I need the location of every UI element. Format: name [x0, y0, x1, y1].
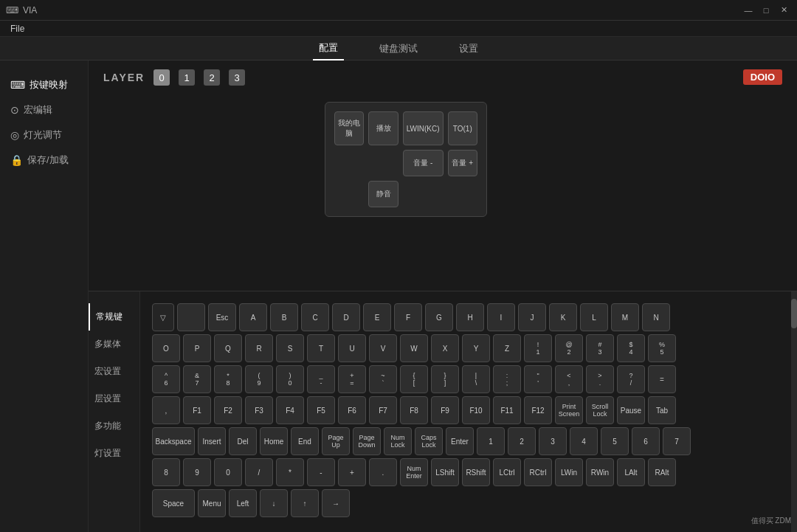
key-tilde-backtick[interactable]: ~` — [369, 365, 397, 393]
key-rwin[interactable]: RWin — [586, 458, 614, 486]
key-lalt[interactable]: LAlt — [617, 458, 645, 486]
key-num-3[interactable]: 3 — [539, 427, 567, 455]
key-caret-6[interactable]: ^6 — [152, 365, 180, 393]
key-end[interactable]: End — [291, 427, 319, 455]
key-k[interactable]: K — [549, 303, 577, 331]
key-num-5[interactable]: 5 — [601, 427, 629, 455]
key-f8[interactable]: F8 — [400, 396, 428, 424]
key-f9[interactable]: F9 — [431, 396, 459, 424]
key-rshift[interactable]: RShift — [462, 458, 490, 486]
key-at-2[interactable]: @2 — [555, 334, 583, 362]
key-v[interactable]: V — [369, 334, 397, 362]
tab-config[interactable]: 配置 — [313, 37, 344, 61]
key-insert[interactable]: Insert — [198, 427, 226, 455]
key-tab[interactable]: Tab — [648, 396, 676, 424]
key-plus-equals[interactable]: += — [338, 365, 366, 393]
layer-btn-1[interactable]: 1 — [179, 69, 195, 86]
key-l[interactable]: L — [580, 303, 608, 331]
key-b[interactable]: B — [270, 303, 298, 331]
key-scroll-lock[interactable]: ScrollLock — [586, 396, 614, 424]
key-hash-3[interactable]: #3 — [586, 334, 614, 362]
cat-macro[interactable]: 宏设置 — [89, 358, 139, 385]
key-f7[interactable]: F7 — [369, 396, 397, 424]
key-enter[interactable]: Enter — [446, 427, 474, 455]
tab-settings[interactable]: 设置 — [453, 38, 484, 60]
key-home[interactable]: Home — [260, 427, 288, 455]
key-caps-lock[interactable]: CapsLock — [415, 427, 443, 455]
key-rctrl[interactable]: RCtrl — [524, 458, 552, 486]
key-esc[interactable]: Esc — [208, 303, 236, 331]
key-dollar-4[interactable]: $4 — [617, 334, 645, 362]
minimize-button[interactable]: — — [741, 4, 756, 16]
key-equals[interactable]: = — [648, 365, 676, 393]
key-w[interactable]: W — [400, 334, 428, 362]
key-rparen-0[interactable]: )0 — [276, 365, 304, 393]
key-question-slash[interactable]: ?/ — [617, 365, 645, 393]
key-right[interactable]: → — [322, 489, 350, 517]
cat-regular-keys[interactable]: 常规键 — [89, 303, 139, 331]
key-lshift[interactable]: LShift — [431, 458, 459, 486]
key-num-slash[interactable]: / — [245, 458, 273, 486]
cat-light[interactable]: 灯设置 — [89, 440, 139, 467]
key-y[interactable]: Y — [462, 334, 490, 362]
macro-key-vol-down[interactable]: 音量 - — [403, 150, 444, 176]
macro-key-vol-up[interactable]: 音量 + — [448, 150, 477, 176]
key-rbrace-rbracket[interactable]: }] — [431, 365, 459, 393]
key-num-7[interactable]: 7 — [663, 427, 691, 455]
key-menu[interactable]: Menu — [198, 489, 226, 517]
key-s[interactable]: S — [276, 334, 304, 362]
cat-multifunction[interactable]: 多功能 — [89, 412, 139, 440]
key-f3[interactable]: F3 — [245, 396, 273, 424]
key-num-9[interactable]: 9 — [183, 458, 211, 486]
key-lbrace-lbracket[interactable]: {[ — [400, 365, 428, 393]
key-f4[interactable]: F4 — [276, 396, 304, 424]
key-left[interactable]: Left — [229, 489, 257, 517]
key-up[interactable]: ↑ — [291, 489, 319, 517]
scrollbar-track[interactable] — [791, 291, 797, 532]
key-num-plus[interactable]: + — [338, 458, 366, 486]
key-gt-period[interactable]: >. — [586, 365, 614, 393]
key-o[interactable]: O — [152, 334, 180, 362]
cat-layer[interactable]: 层设置 — [89, 385, 139, 412]
macro-key-lwin[interactable]: LWIN(KC) — [403, 111, 444, 145]
key-pause[interactable]: Pause — [617, 396, 645, 424]
key-p[interactable]: P — [183, 334, 211, 362]
key-c[interactable]: C — [301, 303, 329, 331]
key-comma[interactable]: , — [152, 396, 180, 424]
key-quote-apostrophe[interactable]: "' — [524, 365, 552, 393]
key-num-lock[interactable]: NumLock — [384, 427, 412, 455]
key-pipe-backslash[interactable]: |\ — [462, 365, 490, 393]
macro-key-to1[interactable]: TO(1) — [448, 111, 477, 145]
key-lctrl[interactable]: LCtrl — [493, 458, 521, 486]
key-t[interactable]: T — [307, 334, 335, 362]
key-amp-7[interactable]: &7 — [183, 365, 211, 393]
maximize-button[interactable]: □ — [759, 4, 773, 16]
key-star-8[interactable]: *8 — [214, 365, 242, 393]
key-n[interactable]: N — [642, 303, 670, 331]
sidebar-item-save[interactable]: 🔒 保存/加载 — [0, 148, 88, 173]
key-page-up[interactable]: PageUp — [322, 427, 350, 455]
key-f1[interactable]: F1 — [183, 396, 211, 424]
key-lparen-9[interactable]: (9 — [245, 365, 273, 393]
menu-file[interactable]: File — [6, 24, 29, 34]
macro-key-play[interactable]: 播放 — [368, 111, 398, 145]
key-f12[interactable]: F12 — [524, 396, 552, 424]
sidebar-item-lighting[interactable]: ◎ 灯光调节 — [0, 122, 88, 148]
key-percent-5[interactable]: %5 — [648, 334, 676, 362]
key-excl-1[interactable]: !1 — [524, 334, 552, 362]
key-num-1[interactable]: 1 — [477, 427, 505, 455]
key-lwin[interactable]: LWin — [555, 458, 583, 486]
key-i[interactable]: I — [487, 303, 515, 331]
key-print-screen[interactable]: PrintScreen — [555, 396, 583, 424]
key-num-6[interactable]: 6 — [632, 427, 660, 455]
key-num-8[interactable]: 8 — [152, 458, 180, 486]
layer-btn-0[interactable]: 0 — [153, 69, 170, 86]
key-num-enter[interactable]: NumEnter — [400, 458, 428, 486]
key-num-0[interactable]: 0 — [214, 458, 242, 486]
key-backspace[interactable]: Backspace — [152, 427, 195, 455]
key-lt-comma[interactable]: <, — [555, 365, 583, 393]
key-a[interactable]: A — [239, 303, 267, 331]
key-num-2[interactable]: 2 — [508, 427, 536, 455]
key-empty[interactable] — [177, 303, 205, 331]
layer-btn-2[interactable]: 2 — [204, 69, 220, 86]
